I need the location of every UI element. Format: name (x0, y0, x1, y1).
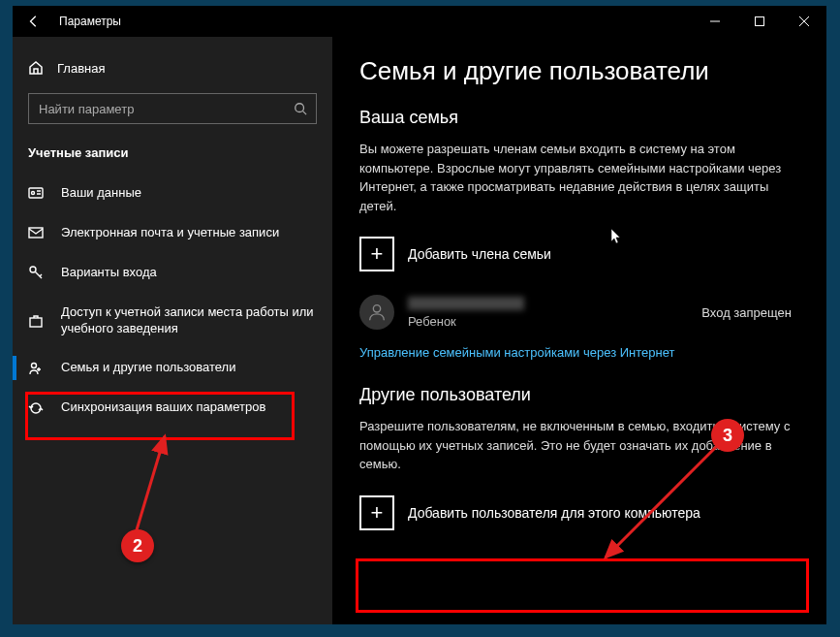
home-link[interactable]: Главная (13, 52, 332, 87)
window-title: Параметры (55, 15, 693, 28)
member-name-redacted (408, 297, 524, 310)
sidebar-section-title: Учетные записи (13, 140, 332, 174)
main-content: Семья и другие пользователи Ваша семья В… (332, 37, 826, 624)
nav-your-info[interactable]: Ваши данные (13, 174, 332, 213)
others-heading: Другие пользователи (359, 385, 799, 405)
avatar-icon (359, 295, 394, 330)
close-button[interactable] (782, 6, 826, 37)
svg-rect-6 (30, 318, 42, 327)
nav-label: Электронная почта и учетные записи (61, 225, 317, 241)
add-family-member-button[interactable]: + Добавить члена семьи (359, 231, 799, 277)
home-label: Главная (57, 61, 105, 76)
maximize-button[interactable] (737, 6, 782, 37)
search-box[interactable] (28, 93, 317, 124)
home-icon (28, 60, 44, 76)
family-heading: Ваша семья (359, 108, 799, 128)
search-input[interactable] (29, 102, 285, 116)
svg-rect-4 (29, 228, 43, 238)
nav-label: Синхронизация ваших параметров (61, 399, 317, 416)
add-other-user-button[interactable]: + Добавить пользователя для этого компью… (359, 490, 799, 536)
sidebar: Главная Учетные записи Ваши данные Элект… (13, 37, 332, 624)
page-heading: Семья и другие пользователи (359, 56, 799, 86)
family-member-row[interactable]: Ребенок Вход запрещен (359, 291, 799, 343)
nav-label: Ваши данные (61, 185, 317, 202)
svg-point-3 (32, 192, 35, 195)
sync-icon (28, 400, 44, 416)
people-icon (28, 361, 44, 376)
body-area: Главная Учетные записи Ваши данные Элект… (13, 37, 826, 624)
nav-label: Варианты входа (61, 265, 317, 281)
id-card-icon (28, 185, 44, 201)
svg-point-7 (32, 363, 37, 367)
minimize-button[interactable] (693, 6, 737, 37)
titlebar: Параметры (13, 6, 826, 37)
others-description: Разрешите пользователям, не включенным в… (359, 417, 795, 474)
nav-label: Доступ к учетной записи места работы или… (61, 304, 317, 337)
manage-family-link[interactable]: Управление семейными настройками через И… (359, 345, 674, 360)
settings-window: Параметры Главная Учетные записи Ваши да… (13, 6, 826, 624)
plus-icon: + (359, 237, 394, 271)
back-button[interactable] (13, 6, 55, 37)
nav-signin-options[interactable]: Варианты входа (13, 253, 332, 293)
member-info: Ребенок (408, 297, 701, 329)
nav-sync-settings[interactable]: Синхронизация ваших параметров (13, 388, 332, 428)
nav-label: Семья и другие пользователи (61, 360, 317, 376)
window-controls (693, 6, 826, 37)
svg-rect-0 (756, 17, 764, 26)
key-icon (28, 265, 44, 280)
svg-point-8 (373, 305, 380, 312)
mail-icon (28, 225, 44, 240)
add-other-label: Добавить пользователя для этого компьюте… (408, 505, 700, 521)
plus-icon: + (359, 495, 394, 530)
search-icon (285, 102, 316, 115)
member-role: Ребенок (408, 314, 701, 329)
family-description: Вы можете разрешать членам семьи входить… (359, 140, 795, 215)
nav-family-users[interactable]: Семья и другие пользователи (13, 348, 332, 388)
svg-point-1 (296, 104, 304, 112)
nav-email-accounts[interactable]: Электронная почта и учетные записи (13, 213, 332, 253)
briefcase-icon (28, 313, 44, 329)
member-status: Вход запрещен (701, 305, 799, 320)
add-family-label: Добавить члена семьи (408, 246, 551, 262)
nav-work-access[interactable]: Доступ к учетной записи места работы или… (13, 293, 332, 349)
